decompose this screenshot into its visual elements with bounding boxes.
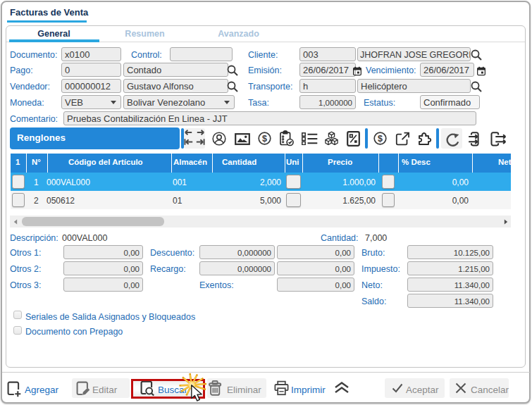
svg-text:$: $: [378, 134, 383, 144]
svg-text:$: $: [262, 134, 267, 144]
